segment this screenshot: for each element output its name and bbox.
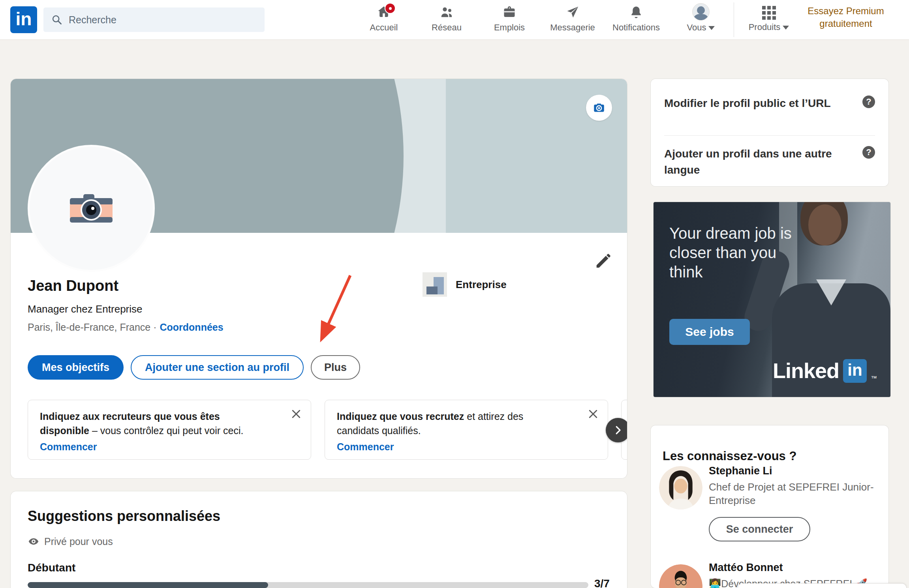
trademark-symbol: ™	[871, 375, 877, 382]
messaging-icon	[565, 5, 580, 20]
search-input[interactable]	[68, 14, 243, 26]
ad-headline: Your dream job is closer than you think	[669, 224, 800, 281]
nav-item-messagerie[interactable]: Messagerie	[541, 0, 604, 39]
jobs-icon	[502, 5, 516, 20]
ad-person-face	[808, 204, 841, 245]
commencer-link[interactable]: Commencer	[40, 440, 97, 454]
nav-item-produits[interactable]: Produits	[739, 0, 798, 39]
person-name[interactable]: Mattéo Bonnet	[709, 562, 783, 574]
prompt-card-hiring: Indiquez que vous recrutez et attirez de…	[325, 400, 608, 460]
prompt-text: Indiquez aux recruteurs que vous êtes di…	[40, 410, 269, 454]
privacy-note: Privé pour vous	[28, 536, 113, 547]
company-name: Entreprise	[456, 279, 507, 291]
edit-intro-button[interactable]	[594, 252, 612, 270]
nav-label: Réseau	[415, 22, 478, 33]
nav-label: Accueil	[352, 22, 415, 33]
linkedin-logo[interactable]: in	[10, 6, 37, 33]
suggestions-title: Suggestions personnalisées	[28, 508, 220, 524]
divider	[664, 135, 875, 136]
add-profile-language-row[interactable]: Ajouter un profil dans une autre langue …	[664, 146, 875, 178]
people-you-may-know-card: Les connaissez-vous ? Stephanie Li Chef …	[651, 425, 888, 588]
person-role: Chef de Projet at SEPEFREI Junior-Entrep…	[709, 481, 883, 507]
brand-badge: in	[843, 359, 867, 383]
products-grid-icon	[762, 6, 776, 20]
nav-item-vous[interactable]: Vous	[671, 0, 731, 39]
progress-count: 3/7	[594, 577, 610, 588]
nav-label: Messagerie	[541, 22, 604, 33]
linkedin-profile-page: in Accueil	[0, 0, 909, 588]
close-icon[interactable]	[587, 408, 599, 420]
profile-card: Jean Dupont Manager chez Entreprise Pari…	[11, 79, 627, 478]
chevron-down-icon	[708, 26, 715, 30]
people-section-title: Les connaissez-vous ?	[663, 449, 796, 463]
nav-label: Produits	[739, 22, 798, 32]
help-icon[interactable]: ?	[862, 146, 875, 159]
company-logo	[423, 272, 447, 297]
edit-public-profile-row[interactable]: Modifier le profil public et l’URL ?	[664, 96, 875, 112]
network-icon	[439, 5, 454, 20]
nav-item-notifications[interactable]: Notifications	[605, 0, 668, 39]
profile-name: Jean Dupont	[28, 277, 118, 294]
chevron-right-icon	[612, 424, 624, 436]
next-cards-button[interactable]	[606, 418, 627, 442]
edit-cover-photo-button[interactable]	[586, 95, 612, 121]
chevron-down-icon	[783, 26, 789, 30]
profile-actions: Mes objectifs Ajouter une section au pro…	[28, 355, 360, 380]
person-name[interactable]: Stephanie Li	[709, 465, 772, 477]
personalized-suggestions-card: Suggestions personnalisées Privé pour vo…	[11, 491, 627, 588]
person-avatar[interactable]	[659, 564, 702, 588]
prompt-card-open-to-work: Indiquez aux recruteurs que vous êtes di…	[28, 400, 311, 460]
search-box[interactable]	[43, 7, 265, 32]
nav-divider	[734, 2, 734, 37]
annotation-arrow	[311, 272, 362, 348]
nav-item-emplois[interactable]: Emplois	[478, 0, 541, 39]
add-language-label: Ajouter un profil dans une autre langue	[664, 146, 848, 178]
current-company[interactable]: Entreprise	[423, 272, 507, 297]
profile-location: Paris, Île-de-France, France ·Coordonnée…	[28, 322, 223, 333]
home-icon	[377, 5, 391, 20]
premium-upsell-link[interactable]: Essayez Premium gratuitement	[794, 5, 897, 30]
help-icon[interactable]: ?	[862, 96, 875, 108]
progress-bar	[28, 582, 588, 588]
connect-button[interactable]: Se connecter	[709, 517, 810, 541]
premium-ad[interactable]: Your dream job is closer than you think …	[654, 202, 890, 397]
my-goals-button[interactable]: Mes objectifs	[28, 355, 124, 380]
brand-wordmark: Linked	[773, 358, 839, 383]
profile-headline: Manager chez Entreprise	[28, 303, 142, 315]
prompt-text: Indiquez que vous recrutez et attirez de…	[337, 410, 566, 454]
progress-fill	[28, 582, 268, 588]
home-notification-badge	[385, 3, 396, 14]
more-button[interactable]: Plus	[311, 355, 360, 380]
top-navigation-bar: in Accueil	[0, 0, 909, 40]
nav-label: Notifications	[605, 22, 668, 33]
profile-links-card: Modifier le profil public et l’URL ? Ajo…	[651, 79, 888, 186]
bell-icon	[629, 5, 643, 20]
person-avatar[interactable]	[659, 466, 702, 509]
profile-photo-placeholder[interactable]	[28, 145, 155, 272]
camera-placeholder-icon	[68, 191, 114, 226]
nav-item-reseau[interactable]: Réseau	[415, 0, 478, 39]
contact-info-link[interactable]: Coordonnées	[160, 322, 223, 333]
search-icon	[51, 14, 62, 25]
level-label: Débutant	[28, 562, 75, 574]
nav-label: Emplois	[478, 22, 541, 33]
nav-label: Vous	[671, 22, 731, 33]
nav-item-accueil[interactable]: Accueil	[352, 0, 415, 39]
add-profile-section-button[interactable]: Ajouter une section au profil	[131, 355, 304, 380]
pencil-icon	[594, 252, 612, 270]
linkedin-brand-logo: Linked in ™	[773, 358, 877, 383]
see-jobs-button[interactable]: See jobs	[669, 319, 750, 345]
eye-icon	[28, 536, 39, 547]
edit-public-profile-label: Modifier le profil public et l’URL	[664, 96, 848, 112]
commencer-link[interactable]: Commencer	[337, 440, 394, 454]
me-avatar	[692, 3, 710, 21]
camera-icon	[592, 101, 606, 114]
messaging-overlay-peek[interactable]	[738, 583, 907, 588]
close-icon[interactable]	[290, 408, 302, 420]
